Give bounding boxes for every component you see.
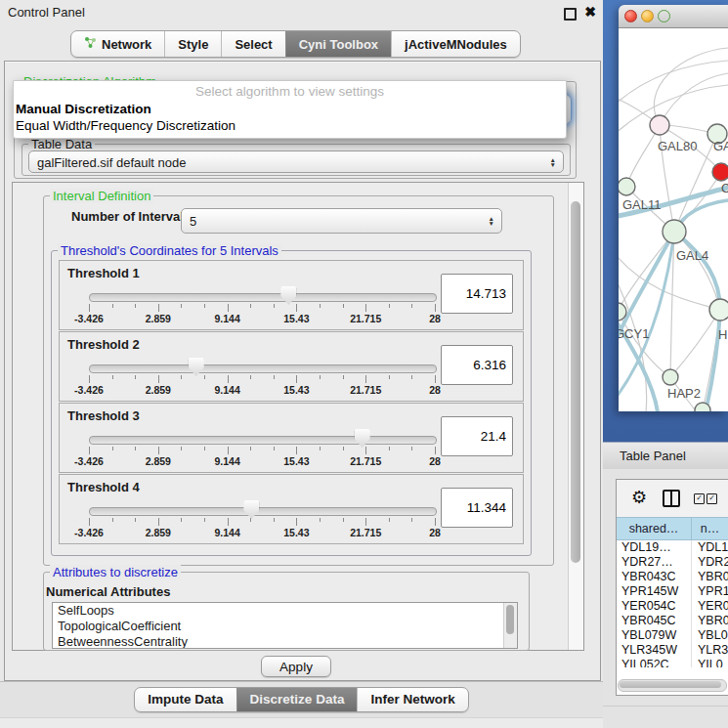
network-window[interactable]: GAL80GACGAL11GAL4GCY1HHAP2 <box>619 5 728 411</box>
minimize-traffic-light-icon[interactable] <box>641 10 654 22</box>
table-row[interactable]: YDL19…YDL1 <box>617 540 728 555</box>
tab-discretize-data[interactable]: Discretize Data <box>236 688 358 711</box>
table-row[interactable]: YIL052CYIL0 <box>617 658 728 667</box>
network-node[interactable] <box>650 115 669 135</box>
combo-stepper-icon[interactable]: ▲▼ <box>550 157 556 167</box>
table-row[interactable]: YBR043CYBR0 <box>617 570 728 584</box>
scrollbar-thumb[interactable] <box>571 201 580 563</box>
attributes-list[interactable]: SelfLoopsTopologicalCoefficientBetweenne… <box>52 602 518 649</box>
table-row[interactable]: YBR045CYBR0 <box>617 614 728 628</box>
number-of-intervals-combobox[interactable]: 5 ▲▼ <box>181 208 502 234</box>
network-node[interactable] <box>663 369 678 385</box>
threshold-value-field[interactable] <box>441 488 513 528</box>
scale-label: -3.426 <box>74 384 104 396</box>
network-node[interactable] <box>619 178 635 195</box>
control-panel-titlebar: Control Panel ✖ <box>0 0 603 25</box>
algorithm-option-manual-discretization[interactable]: Manual Discretization <box>16 101 564 117</box>
scrollbar-thumb[interactable] <box>506 605 514 634</box>
tab-label: Discretize Data <box>250 688 345 711</box>
attributes-group: Attributes to discretize Numerical Attri… <box>43 572 530 651</box>
network-node[interactable] <box>709 299 728 321</box>
node-label: GA <box>713 139 728 153</box>
tab-impute-data[interactable]: Impute Data <box>135 688 236 711</box>
table-row[interactable]: YLR345WYLR3 <box>617 643 728 658</box>
network-node[interactable] <box>712 163 728 181</box>
tab-jactivemnodules[interactable]: jActiveMNodules <box>391 31 520 57</box>
gear-icon[interactable]: ⚙ <box>631 487 647 508</box>
network-node[interactable] <box>663 220 686 243</box>
group-title: Threshold's Coordinates for 5 Intervals <box>58 243 281 258</box>
table-row[interactable]: YBL079WYBL0 <box>617 628 728 643</box>
threshold-label: Threshold 2 <box>67 337 140 352</box>
scale-label: 15.43 <box>283 384 309 396</box>
slider-ticks <box>89 518 435 527</box>
scale-label: 28 <box>429 455 441 467</box>
slider-track[interactable] <box>89 507 437 516</box>
slider-thumb[interactable] <box>355 429 370 448</box>
float-window-icon[interactable] <box>564 8 577 21</box>
cell-name: YBR0 <box>692 614 728 628</box>
attribute-list-item-betweennesscentrality[interactable]: BetweennessCentrality <box>53 634 517 649</box>
scale-label: 9.144 <box>214 455 239 467</box>
scrollbar-thumb[interactable] <box>620 681 721 688</box>
table-panel-title: Table Panel <box>620 449 686 463</box>
table-data-combobox[interactable]: galFiltered.sif default node ▲▼ <box>28 150 564 173</box>
threshold-value-field[interactable] <box>441 345 513 385</box>
threshold-row-2: Threshold 2-3.4262.8599.14415.4321.71528 <box>59 331 524 402</box>
cell-shared-name: YDR27… <box>617 555 692 570</box>
slider-track[interactable] <box>89 293 437 302</box>
table-hscrollbar[interactable] <box>618 679 727 692</box>
table-row[interactable]: YDR27…YDR2 <box>617 555 728 570</box>
tab-select[interactable]: Select <box>221 31 284 57</box>
node-label: GCY1 <box>619 326 649 341</box>
tab-style[interactable]: Style <box>164 31 221 57</box>
cell-name: YPR1 <box>692 584 728 599</box>
threshold-value-field[interactable] <box>441 274 513 314</box>
scale-label: 21.715 <box>350 384 381 396</box>
tab-label: Select <box>235 32 272 57</box>
slider-thumb[interactable] <box>243 500 259 519</box>
group-title: Attributes to discretize <box>50 565 181 579</box>
slider-thumb[interactable] <box>280 286 296 305</box>
column-header-0[interactable]: shared… <box>617 517 692 540</box>
scale-label: 28 <box>429 313 441 324</box>
scale-label: 9.144 <box>214 384 239 396</box>
cell-shared-name: YIL052C <box>617 658 692 667</box>
slider-thumb[interactable] <box>189 358 204 376</box>
tab-infer-network[interactable]: Infer Network <box>357 688 467 711</box>
scale-label: 28 <box>429 527 441 538</box>
apply-button[interactable]: Apply <box>261 656 331 677</box>
cell-shared-name: YPR145W <box>617 584 692 599</box>
algorithm-option-equal-width-frequency-discretization[interactable]: Equal Width/Frequency Discretization <box>16 117 564 134</box>
close-icon[interactable]: ✖ <box>584 4 596 20</box>
checkboxes-icon[interactable]: ✓✓ <box>694 493 717 504</box>
cell-shared-name: YBR043C <box>617 570 692 584</box>
top-tab-bar: NetworkStyleSelectCyni ToolboxjActiveMNo… <box>70 30 521 58</box>
scale-label: 15.43 <box>283 313 309 324</box>
attribute-list-item-selfloops[interactable]: SelfLoops <box>53 603 517 619</box>
node-label: GAL11 <box>622 197 662 212</box>
attribute-list-item-topologicalcoefficient[interactable]: TopologicalCoefficient <box>53 619 517 634</box>
slider-track[interactable] <box>89 436 437 445</box>
threshold-label: Threshold 3 <box>67 408 140 423</box>
close-traffic-light-icon[interactable] <box>624 10 637 22</box>
threshold-row-1: Threshold 1-3.4262.8599.14415.4321.71528 <box>59 260 524 330</box>
scale-label: 15.43 <box>283 455 309 467</box>
network-canvas[interactable]: GAL80GACGAL11GAL4GCY1HHAP2 <box>619 28 728 411</box>
tab-cyni-toolbox[interactable]: Cyni Toolbox <box>285 31 391 57</box>
settings-scrollbar[interactable] <box>568 183 583 650</box>
combo-stepper-icon[interactable]: ▲▼ <box>489 216 494 226</box>
attributes-scrollbar[interactable] <box>503 603 517 648</box>
table-rows: YDL19…YDL1YDR27…YDR2YBR043CYBR0YPR145WYP… <box>617 540 728 667</box>
slider-track[interactable] <box>89 364 437 373</box>
network-edge <box>626 125 660 187</box>
threshold-value-field[interactable] <box>441 416 513 456</box>
zoom-traffic-light-icon[interactable] <box>658 10 670 22</box>
columns-icon[interactable] <box>663 490 680 507</box>
column-header-1[interactable]: n… <box>692 517 728 540</box>
table-row[interactable]: YPR145WYPR1 <box>617 584 728 599</box>
tab-network[interactable]: Network <box>71 31 164 57</box>
cell-name: YBL0 <box>692 628 728 643</box>
network-node[interactable] <box>695 403 710 411</box>
table-row[interactable]: YER054CYER0 <box>617 599 728 614</box>
